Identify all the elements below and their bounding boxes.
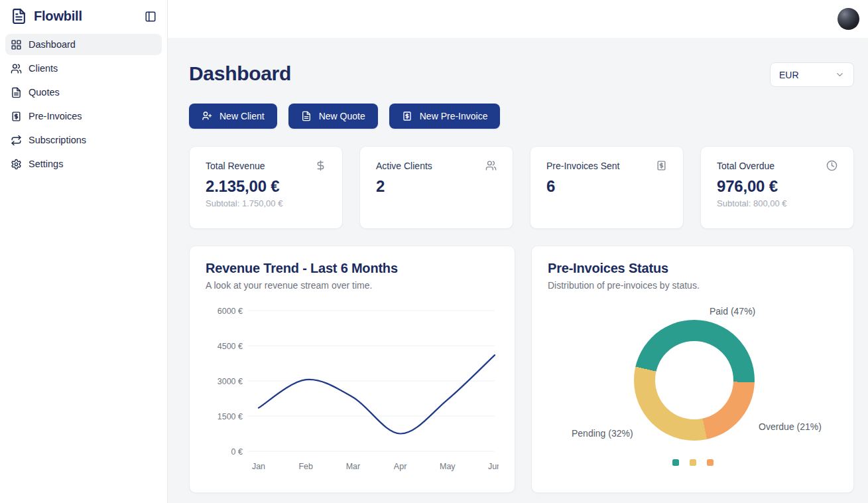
content: Dashboard EUR New Client New Quote: [168, 38, 868, 503]
button-label: New Pre-Invoice: [420, 111, 488, 121]
donut-hole: [655, 341, 733, 419]
status-donut-chart: Paid (47%) Overdue (21%) Pending (32%): [548, 291, 837, 474]
button-label: New Quote: [319, 111, 365, 121]
sidebar-item-dashboard[interactable]: Dashboard: [5, 34, 162, 55]
svg-text:0 €: 0 €: [231, 447, 243, 457]
users-icon: [11, 63, 22, 74]
receipt-icon: [402, 111, 412, 121]
sidebar-item-clients[interactable]: Clients: [5, 58, 162, 79]
stat-card-total-revenue: Total Revenue 2.135,00 € Subtotal: 1.750…: [189, 146, 343, 229]
file-text-icon: [11, 8, 27, 25]
legend-dot: [707, 459, 713, 466]
user-plus-icon: [202, 111, 212, 121]
stat-title: Total Revenue: [206, 161, 265, 171]
new-client-button[interactable]: New Client: [189, 104, 277, 129]
svg-text:1500 €: 1500 €: [217, 412, 243, 421]
sidebar-item-label: Quotes: [29, 87, 60, 98]
currency-value: EUR: [779, 70, 799, 80]
svg-text:Apr: Apr: [394, 462, 406, 471]
stat-subtitle: Subtotal: 1.750,00 €: [206, 198, 326, 208]
chart-subtitle: A look at your revenue stream over time.: [206, 280, 499, 291]
pre-invoices-status-card: Pre-Invoices Status Distribution of pre-…: [531, 246, 854, 493]
stat-card-pre-invoices-sent: Pre-Invoices Sent 6: [530, 146, 684, 229]
svg-text:Mar: Mar: [346, 462, 361, 471]
new-quote-button[interactable]: New Quote: [288, 104, 378, 129]
users-icon: [485, 160, 497, 171]
receipt-icon: [11, 111, 22, 122]
stat-card-total-overdue: Total Overdue 976,00 € Subtotal: 800,00 …: [700, 146, 854, 229]
svg-text:May: May: [440, 462, 456, 471]
donut-label-pending: Pending (32%): [572, 428, 633, 439]
svg-text:3000 €: 3000 €: [217, 377, 243, 386]
repeat-icon: [11, 135, 22, 146]
donut-label-paid: Paid (47%): [710, 306, 755, 317]
donut-legend: [548, 459, 837, 466]
stat-value: 976,00 €: [717, 177, 837, 196]
svg-text:6000 €: 6000 €: [217, 307, 243, 316]
stat-title: Pre-Invoices Sent: [546, 161, 620, 171]
topbar: [168, 0, 868, 38]
layout-grid-icon: [11, 39, 22, 50]
app-name: Flowbill: [34, 9, 138, 24]
file-text-icon: [11, 87, 22, 98]
page-title: Dashboard: [189, 62, 291, 84]
stat-subtitle: [376, 198, 497, 208]
legend-dot: [672, 459, 679, 466]
svg-text:Jan: Jan: [252, 462, 265, 471]
sidebar: Flowbill Dashboard Clients Quotes: [0, 0, 168, 503]
clock-icon: [826, 160, 837, 171]
svg-text:4500 €: 4500 €: [217, 342, 243, 351]
sidebar-item-quotes[interactable]: Quotes: [5, 82, 162, 103]
panel-left-icon: [145, 11, 156, 23]
chevron-down-icon: [835, 70, 845, 80]
currency-select[interactable]: EUR: [770, 62, 854, 87]
sidebar-toggle-button[interactable]: [145, 11, 156, 23]
quick-actions: New Client New Quote New Pre-Invoice: [189, 104, 854, 129]
revenue-line-chart: 6000 €4500 €3000 €1500 €0 €JanFebMarAprM…: [206, 299, 499, 472]
sidebar-item-label: Clients: [29, 63, 58, 74]
sidebar-item-pre-invoices[interactable]: Pre-Invoices: [5, 106, 162, 127]
stats-grid: Total Revenue 2.135,00 € Subtotal: 1.750…: [189, 146, 854, 229]
stat-card-active-clients: Active Clients 2: [359, 146, 513, 229]
sidebar-item-label: Subscriptions: [29, 135, 86, 145]
sidebar-item-label: Dashboard: [29, 39, 76, 50]
new-pre-invoice-button[interactable]: New Pre-Invoice: [389, 104, 501, 129]
svg-text:Jun: Jun: [488, 462, 499, 471]
main-area: Dashboard EUR New Client New Quote: [168, 0, 868, 503]
button-label: New Client: [219, 111, 265, 121]
charts-grid: Revenue Trend - Last 6 Months A look at …: [189, 246, 854, 493]
chart-title: Revenue Trend - Last 6 Months: [206, 261, 499, 276]
receipt-icon: [656, 160, 667, 171]
sidebar-item-subscriptions[interactable]: Subscriptions: [5, 129, 162, 151]
stat-title: Active Clients: [376, 161, 432, 171]
chart-subtitle: Distribution of pre-invoices by status.: [548, 280, 837, 291]
stat-subtitle: [546, 198, 667, 208]
gear-icon: [11, 159, 22, 170]
stat-title: Total Overdue: [717, 161, 775, 171]
stat-value: 2.135,00 €: [206, 177, 326, 196]
sidebar-header: Flowbill: [0, 0, 167, 33]
content-header: Dashboard EUR: [189, 62, 854, 87]
revenue-trend-card: Revenue Trend - Last 6 Months A look at …: [189, 246, 515, 493]
stat-subtitle: Subtotal: 800,00 €: [717, 198, 837, 208]
svg-text:Feb: Feb: [298, 462, 313, 471]
stat-value: 6: [546, 177, 667, 196]
sidebar-nav: Dashboard Clients Quotes Pre-Invoices Su…: [0, 33, 167, 176]
file-text-icon: [301, 111, 312, 121]
stat-value: 2: [376, 177, 497, 196]
chart-title: Pre-Invoices Status: [548, 261, 837, 276]
user-avatar[interactable]: [837, 8, 859, 30]
donut-label-overdue: Overdue (21%): [759, 421, 822, 432]
dollar-icon: [315, 160, 326, 171]
sidebar-item-settings[interactable]: Settings: [5, 153, 162, 175]
legend-dot: [690, 459, 696, 466]
sidebar-item-label: Settings: [29, 159, 63, 169]
sidebar-item-label: Pre-Invoices: [29, 111, 82, 121]
